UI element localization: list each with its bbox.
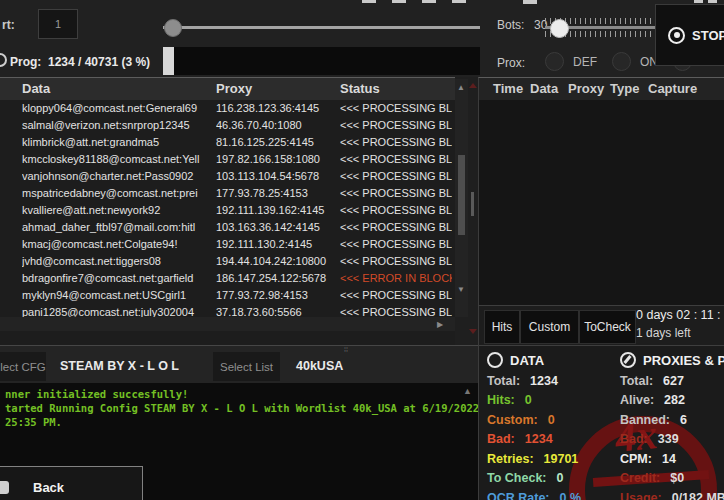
cell-proxy: 103.163.36.142:4145: [216, 219, 336, 236]
skip-slider[interactable]: [163, 26, 480, 29]
results-table: Data Proxy Status kloppy064@comcast.net:…: [0, 77, 455, 346]
start-label: rt:: [2, 18, 15, 32]
stat-label: Total:: [620, 374, 653, 388]
window-control-sliver: [452, 0, 466, 3]
elapsed-timer: 0 days 02 : 11 : 1: [636, 308, 724, 322]
select-list-button[interactable]: Select List: [213, 352, 280, 381]
stat-row: Credit: $0: [620, 469, 724, 489]
log-line: tarted Running Config STEAM BY X - L O L…: [5, 401, 478, 415]
cell-status: <<< PROCESSING BLOCK: [340, 219, 452, 236]
table-row[interactable]: vanjohnson@charter.net:Pass0902 103.113.…: [0, 168, 455, 185]
panel-splitter[interactable]: [468, 77, 478, 345]
cell-status: <<< PROCESSING BLOCK: [340, 117, 452, 134]
cell-proxy: 81.16.125.225:4145: [216, 134, 336, 151]
cell-data: myklyn94@comcast.net:USCgirl1: [22, 287, 208, 304]
bots-label: Bots:: [497, 18, 524, 32]
cell-status: <<< PROCESSING BLOCK: [340, 202, 452, 219]
table-row[interactable]: ahmad_daher_ftbl97@mail.com:hitl 103.163…: [0, 219, 455, 236]
table-row[interactable]: kloppy064@comcast.net:General69 116.238.…: [0, 100, 455, 117]
progress-bar-fill: [163, 47, 174, 75]
col-capture[interactable]: Capture: [648, 81, 697, 96]
prox-def-radio[interactable]: [545, 52, 564, 71]
table-row[interactable]: bdragonfire7@comcast.net:garfield 186.14…: [0, 270, 455, 287]
cell-data: kloppy064@comcast.net:General69: [22, 100, 208, 117]
wordlist-name: 40kUSA: [296, 359, 343, 373]
table-row[interactable]: klimbrick@att.net:grandma5 81.16.125.225…: [0, 134, 455, 151]
stat-label: Credit:: [620, 471, 660, 485]
stat-value: 339: [658, 432, 679, 446]
proxies-panel-title: PROXIES & PERF: [643, 353, 724, 368]
progress-value: 1234 / 40731 (3 %): [48, 55, 150, 69]
skip-slider-handle[interactable]: [164, 19, 182, 37]
stat-value: 0 %: [560, 491, 582, 500]
select-config-button[interactable]: lect CFG: [0, 352, 46, 381]
scroll-down-icon[interactable]: ▼: [457, 285, 465, 294]
data-panel-title: DATA: [510, 353, 544, 368]
hits-tabs-bar: Hits Custom ToCheck 0 days 02 : 11 : 1 1…: [478, 305, 724, 346]
table-row[interactable]: jvhd@comcast.net:tiggers08 194.44.104.24…: [0, 253, 455, 270]
back-button-label: Back: [33, 480, 64, 495]
cell-proxy: 116.238.123.36:4145: [216, 100, 336, 117]
table-row[interactable]: kvalliere@att.net:newyork92 192.111.139.…: [0, 202, 455, 219]
prox-on-radio[interactable]: [612, 52, 631, 71]
cell-data: jvhd@comcast.net:tiggers08: [22, 253, 208, 270]
stat-label: To Check:: [487, 471, 547, 485]
stat-value: 1234: [530, 374, 558, 388]
bots-slider[interactable]: [545, 18, 655, 38]
stat-label: Hits:: [487, 393, 515, 407]
stat-label: Alive:: [620, 393, 654, 407]
table-row[interactable]: mspatricedabney@comcast.net:prei 177.93.…: [0, 185, 455, 202]
col-status[interactable]: Status: [340, 81, 380, 96]
tab-custom[interactable]: Custom: [520, 310, 579, 344]
table-row[interactable]: kmacj@comcast.net:Colgate94! 192.111.130…: [0, 236, 455, 253]
scroll-right-icon[interactable]: ▶: [437, 320, 443, 329]
prox-def-label[interactable]: DEF: [573, 55, 597, 69]
cell-data: salmal@verizon.net:snrprop12345: [22, 117, 208, 134]
drag-grip-icon[interactable]: ⁞⁞: [344, 348, 354, 352]
table-row[interactable]: pani1285@comcast.net:july302004 37.18.73…: [0, 304, 455, 318]
cell-data: kmccloskey81188@comcast.net:Yell: [22, 151, 208, 168]
col-data[interactable]: Data: [22, 81, 50, 96]
table-row[interactable]: myklyn94@comcast.net:USCgirl1 177.93.72.…: [0, 287, 455, 304]
col-time[interactable]: Time: [493, 81, 523, 96]
col-proxy[interactable]: Proxy: [216, 81, 252, 96]
col-hits-proxy[interactable]: Proxy: [568, 81, 604, 96]
cell-status: <<< PROCESSING BLOCK: [340, 253, 452, 270]
proxies-panel-header: PROXIES & PERF: [620, 352, 724, 368]
col-type[interactable]: Type: [610, 81, 639, 96]
start-input[interactable]: 1: [38, 9, 78, 39]
cell-proxy: 192.111.139.162:4145: [216, 202, 336, 219]
cell-status: <<< PROCESSING BLOCK: [340, 100, 452, 117]
stat-label: OCR Rate:: [487, 491, 550, 500]
cell-data: vanjohnson@charter.net:Pass0902: [22, 168, 208, 185]
results-table-body: kloppy064@comcast.net:General69 116.238.…: [0, 100, 455, 318]
stat-row: OCR Rate: 0 %: [487, 488, 581, 500]
splitter-collapse-up-icon[interactable]: [469, 83, 477, 88]
log-scroll-up-icon[interactable]: ▲: [463, 386, 472, 396]
splitter-collapse-down-icon[interactable]: [469, 329, 477, 334]
stat-label: Total:: [487, 374, 520, 388]
tab-tocheck[interactable]: ToCheck: [579, 310, 636, 344]
scroll-up-icon[interactable]: ▲: [457, 83, 465, 92]
top-bar: rt: 1 Prog: 1234 / 40731 (3 %) Bots: 30 …: [0, 0, 724, 77]
table-row[interactable]: salmal@verizon.net:snrprop12345 46.36.70…: [0, 117, 455, 134]
stat-value: 1234: [525, 432, 553, 446]
tab-hits[interactable]: Hits: [484, 310, 520, 344]
back-button[interactable]: Back: [0, 466, 143, 500]
scrollbar-thumb[interactable]: [458, 155, 465, 235]
results-vertical-scrollbar[interactable]: ▲ ▼: [455, 79, 468, 317]
stat-row: CPM: 14: [620, 449, 724, 469]
results-horizontal-scrollbar[interactable]: ▶: [0, 317, 455, 331]
table-row[interactable]: kmccloskey81188@comcast.net:Yell 197.82.…: [0, 151, 455, 168]
bots-slider-handle[interactable]: [550, 19, 569, 38]
cell-proxy: 192.111.130.2:4145: [216, 236, 336, 253]
splitter-grip[interactable]: [471, 192, 474, 216]
cell-proxy: 177.93.78.25:4153: [216, 185, 336, 202]
days-left-label: 1 days left: [636, 326, 691, 340]
stat-label: Usage:: [620, 491, 662, 500]
stop-button[interactable]: STOP: [655, 4, 724, 66]
back-arrow-icon: [0, 481, 9, 494]
col-hits-data[interactable]: Data: [530, 81, 558, 96]
stat-row: Retries: 19701: [487, 449, 581, 469]
stat-row: Bad: 1234: [487, 430, 581, 450]
